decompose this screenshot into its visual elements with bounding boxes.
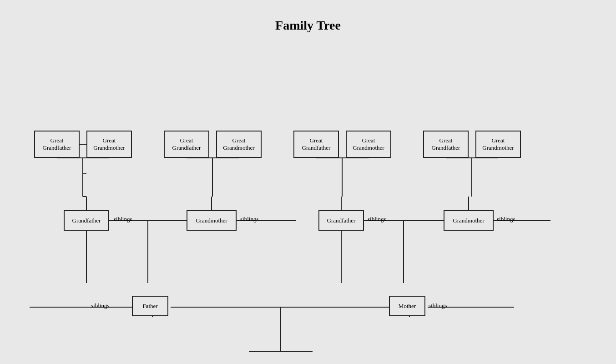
- node-mother: Mother: [389, 296, 425, 316]
- node-father: Father: [132, 296, 168, 316]
- label-siblings-gf2: siblings: [368, 216, 386, 223]
- node-grandmother-1: Grandmother: [187, 210, 237, 231]
- tree-container: GreatGrandfather GreatGrandmother GreatG…: [0, 42, 616, 364]
- label-siblings-mother: siblings: [429, 302, 447, 309]
- node-gg-grandfather-2: GreatGrandfather: [164, 131, 209, 158]
- node-grandmother-2: Grandmother: [444, 210, 494, 231]
- node-gg-grandmother-2: GreatGrandmother: [216, 131, 262, 158]
- node-gg-grandfather-4: GreatGrandfather: [423, 131, 469, 158]
- node-gg-grandfather-1: GreatGrandfather: [34, 131, 80, 158]
- label-siblings-gm2: siblings: [497, 216, 515, 223]
- node-gg-grandfather-3: GreatGrandfather: [293, 131, 339, 158]
- page-title: Family Tree: [0, 0, 616, 33]
- tree-lines: [0, 42, 616, 364]
- label-siblings-father: siblings: [91, 302, 109, 309]
- node-grandfather-2: Grandfather: [318, 210, 364, 231]
- label-siblings-gm1: siblings: [240, 216, 258, 223]
- node-gg-grandmother-1: GreatGrandmother: [86, 131, 132, 158]
- node-grandfather-1: Grandfather: [64, 210, 109, 231]
- node-gg-grandmother-4: GreatGrandmother: [475, 131, 521, 158]
- node-gg-grandmother-3: GreatGrandmother: [346, 131, 391, 158]
- label-siblings-gf1: siblings: [114, 216, 132, 223]
